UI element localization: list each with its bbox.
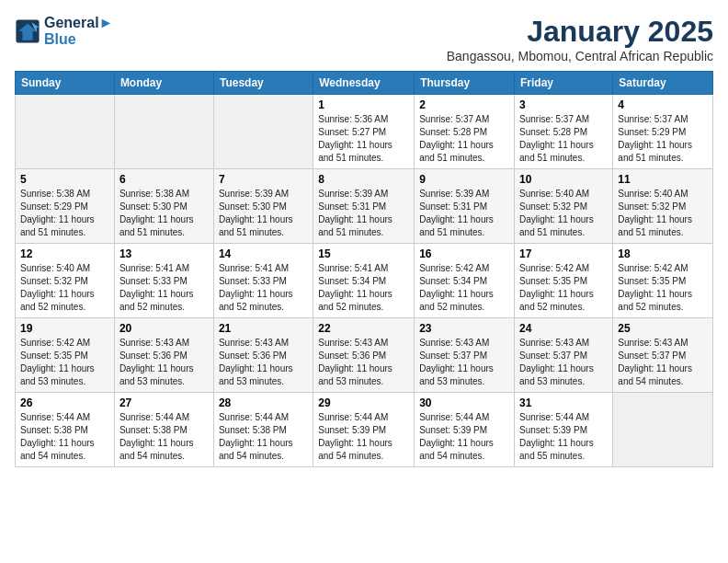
- day-number: 19: [20, 322, 109, 335]
- day-number: 26: [20, 396, 109, 409]
- day-cell: 14Sunrise: 5:41 AMSunset: 5:33 PMDayligh…: [213, 244, 313, 318]
- week-row-3: 12Sunrise: 5:40 AMSunset: 5:32 PMDayligh…: [16, 244, 713, 318]
- calendar-table: SundayMondayTuesdayWednesdayThursdayFrid…: [15, 71, 713, 467]
- day-number: 5: [20, 173, 109, 186]
- day-info: Sunrise: 5:44 AMSunset: 5:38 PMDaylight:…: [219, 411, 308, 463]
- header-cell-wednesday: Wednesday: [313, 72, 415, 95]
- header-cell-friday: Friday: [515, 72, 613, 95]
- day-cell: 2Sunrise: 5:37 AMSunset: 5:28 PMDaylight…: [415, 95, 515, 169]
- day-number: 13: [119, 247, 209, 260]
- day-number: 16: [419, 247, 509, 260]
- day-info: Sunrise: 5:41 AMSunset: 5:34 PMDaylight:…: [318, 262, 409, 314]
- header-cell-saturday: Saturday: [613, 72, 713, 95]
- day-number: 23: [419, 322, 509, 335]
- day-cell: 6Sunrise: 5:38 AMSunset: 5:30 PMDaylight…: [114, 169, 213, 244]
- header-cell-thursday: Thursday: [415, 72, 515, 95]
- day-cell: 23Sunrise: 5:43 AMSunset: 5:37 PMDayligh…: [415, 318, 515, 393]
- header-row: SundayMondayTuesdayWednesdayThursdayFrid…: [16, 72, 713, 95]
- day-number: 24: [519, 322, 608, 335]
- day-info: Sunrise: 5:40 AMSunset: 5:32 PMDaylight:…: [519, 188, 608, 239]
- day-info: Sunrise: 5:42 AMSunset: 5:35 PMDaylight:…: [618, 262, 708, 314]
- day-number: 27: [119, 396, 209, 409]
- day-number: 15: [318, 247, 409, 260]
- day-cell: 12Sunrise: 5:40 AMSunset: 5:32 PMDayligh…: [16, 244, 115, 318]
- day-info: Sunrise: 5:44 AMSunset: 5:39 PMDaylight:…: [318, 411, 409, 463]
- day-number: 25: [618, 322, 708, 335]
- page-header: General► Blue January 2025 Bangassou, Mb…: [15, 15, 713, 63]
- day-number: 1: [318, 98, 409, 111]
- day-cell: 21Sunrise: 5:43 AMSunset: 5:36 PMDayligh…: [213, 318, 313, 393]
- day-number: 21: [219, 322, 308, 335]
- title-area: January 2025 Bangassou, Mbomou, Central …: [447, 15, 713, 63]
- day-info: Sunrise: 5:37 AMSunset: 5:29 PMDaylight:…: [618, 113, 708, 165]
- day-number: 7: [219, 173, 308, 186]
- day-info: Sunrise: 5:43 AMSunset: 5:36 PMDaylight:…: [318, 337, 409, 388]
- day-info: Sunrise: 5:39 AMSunset: 5:30 PMDaylight:…: [219, 188, 308, 239]
- header-cell-monday: Monday: [114, 72, 213, 95]
- header-cell-tuesday: Tuesday: [213, 72, 313, 95]
- week-row-1: 1Sunrise: 5:36 AMSunset: 5:27 PMDaylight…: [16, 95, 713, 169]
- day-info: Sunrise: 5:43 AMSunset: 5:36 PMDaylight:…: [219, 337, 308, 388]
- day-cell: 28Sunrise: 5:44 AMSunset: 5:38 PMDayligh…: [213, 393, 313, 467]
- day-number: 3: [519, 98, 608, 111]
- day-cell: 22Sunrise: 5:43 AMSunset: 5:36 PMDayligh…: [313, 318, 415, 393]
- day-info: Sunrise: 5:38 AMSunset: 5:30 PMDaylight:…: [119, 188, 209, 239]
- day-info: Sunrise: 5:38 AMSunset: 5:29 PMDaylight:…: [20, 188, 109, 239]
- calendar-title: January 2025: [447, 15, 713, 49]
- day-info: Sunrise: 5:40 AMSunset: 5:32 PMDaylight:…: [618, 188, 708, 239]
- day-info: Sunrise: 5:43 AMSunset: 5:37 PMDaylight:…: [419, 337, 509, 388]
- day-info: Sunrise: 5:44 AMSunset: 5:39 PMDaylight:…: [419, 411, 509, 463]
- day-info: Sunrise: 5:44 AMSunset: 5:38 PMDaylight:…: [119, 411, 209, 463]
- day-info: Sunrise: 5:37 AMSunset: 5:28 PMDaylight:…: [419, 113, 509, 165]
- day-cell: 18Sunrise: 5:42 AMSunset: 5:35 PMDayligh…: [613, 244, 713, 318]
- day-number: 2: [419, 98, 509, 111]
- day-cell: 15Sunrise: 5:41 AMSunset: 5:34 PMDayligh…: [313, 244, 415, 318]
- day-cell: 3Sunrise: 5:37 AMSunset: 5:28 PMDaylight…: [515, 95, 613, 169]
- day-number: 20: [119, 322, 209, 335]
- day-number: 30: [419, 396, 509, 409]
- day-number: 18: [618, 247, 708, 260]
- week-row-5: 26Sunrise: 5:44 AMSunset: 5:38 PMDayligh…: [16, 393, 713, 467]
- calendar-header: SundayMondayTuesdayWednesdayThursdayFrid…: [16, 72, 713, 95]
- day-number: 31: [519, 396, 608, 409]
- day-cell: 24Sunrise: 5:43 AMSunset: 5:37 PMDayligh…: [515, 318, 613, 393]
- day-cell: 7Sunrise: 5:39 AMSunset: 5:30 PMDaylight…: [213, 169, 313, 244]
- day-cell: 11Sunrise: 5:40 AMSunset: 5:32 PMDayligh…: [613, 169, 713, 244]
- day-cell: 10Sunrise: 5:40 AMSunset: 5:32 PMDayligh…: [515, 169, 613, 244]
- day-cell: 19Sunrise: 5:42 AMSunset: 5:35 PMDayligh…: [16, 318, 115, 393]
- day-cell: 13Sunrise: 5:41 AMSunset: 5:33 PMDayligh…: [114, 244, 213, 318]
- day-info: Sunrise: 5:39 AMSunset: 5:31 PMDaylight:…: [318, 188, 409, 239]
- week-row-4: 19Sunrise: 5:42 AMSunset: 5:35 PMDayligh…: [16, 318, 713, 393]
- day-cell: [213, 95, 313, 169]
- day-cell: 29Sunrise: 5:44 AMSunset: 5:39 PMDayligh…: [313, 393, 415, 467]
- day-info: Sunrise: 5:42 AMSunset: 5:34 PMDaylight:…: [419, 262, 509, 314]
- day-cell: 30Sunrise: 5:44 AMSunset: 5:39 PMDayligh…: [415, 393, 515, 467]
- day-number: 6: [119, 173, 209, 186]
- day-info: Sunrise: 5:40 AMSunset: 5:32 PMDaylight:…: [20, 262, 109, 314]
- day-info: Sunrise: 5:41 AMSunset: 5:33 PMDaylight:…: [219, 262, 308, 314]
- day-info: Sunrise: 5:41 AMSunset: 5:33 PMDaylight:…: [119, 262, 209, 314]
- day-info: Sunrise: 5:43 AMSunset: 5:37 PMDaylight:…: [618, 337, 708, 388]
- day-info: Sunrise: 5:43 AMSunset: 5:36 PMDaylight:…: [119, 337, 209, 388]
- day-cell: [16, 95, 115, 169]
- day-number: 28: [219, 396, 308, 409]
- day-cell: 4Sunrise: 5:37 AMSunset: 5:29 PMDaylight…: [613, 95, 713, 169]
- day-number: 14: [219, 247, 308, 260]
- day-info: Sunrise: 5:44 AMSunset: 5:39 PMDaylight:…: [519, 411, 608, 463]
- day-cell: 17Sunrise: 5:42 AMSunset: 5:35 PMDayligh…: [515, 244, 613, 318]
- day-cell: [613, 393, 713, 467]
- day-cell: 27Sunrise: 5:44 AMSunset: 5:38 PMDayligh…: [114, 393, 213, 467]
- day-info: Sunrise: 5:43 AMSunset: 5:37 PMDaylight:…: [519, 337, 608, 388]
- day-cell: 9Sunrise: 5:39 AMSunset: 5:31 PMDaylight…: [415, 169, 515, 244]
- logo-icon: [15, 18, 40, 44]
- logo-text: General► Blue: [44, 15, 113, 48]
- logo: General► Blue: [15, 15, 113, 48]
- day-cell: 5Sunrise: 5:38 AMSunset: 5:29 PMDaylight…: [16, 169, 115, 244]
- calendar-body: 1Sunrise: 5:36 AMSunset: 5:27 PMDaylight…: [16, 95, 713, 467]
- week-row-2: 5Sunrise: 5:38 AMSunset: 5:29 PMDaylight…: [16, 169, 713, 244]
- header-cell-sunday: Sunday: [16, 72, 115, 95]
- day-number: 8: [318, 173, 409, 186]
- day-number: 11: [618, 173, 708, 186]
- day-number: 9: [419, 173, 509, 186]
- day-number: 4: [618, 98, 708, 111]
